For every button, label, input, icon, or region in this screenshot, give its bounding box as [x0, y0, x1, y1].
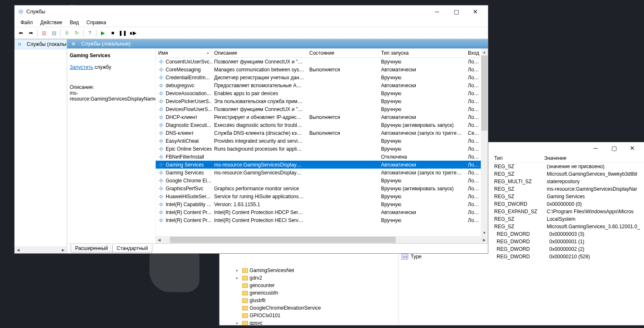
close-button[interactable]: ✕: [623, 142, 641, 154]
tree-item[interactable]: gencounter: [220, 282, 399, 289]
service-row[interactable]: Epic Online ServicesRuns background proc…: [156, 145, 488, 153]
col-name[interactable]: Имя▴: [156, 48, 212, 57]
close-button[interactable]: ✕: [466, 6, 485, 18]
expand-icon[interactable]: ▸: [236, 268, 240, 272]
service-row[interactable]: HuaweiHiSuiteSer...Service for runing Hi…: [156, 192, 488, 200]
start-service-button[interactable]: ▶: [98, 28, 107, 38]
minimize-button[interactable]: ─: [586, 142, 605, 154]
service-description: Manages communication between syste...: [212, 67, 307, 73]
menu-Вид[interactable]: Вид: [66, 19, 82, 26]
service-row[interactable]: Gaming Servicesms-resource:GamingService…: [156, 169, 488, 177]
scrollbar-thumb[interactable]: [481, 56, 487, 131]
scroll-right-icon[interactable]: ▶: [481, 236, 488, 243]
col-startup[interactable]: Тип запуска: [379, 48, 465, 57]
tab-extended[interactable]: Расширенный: [71, 245, 113, 252]
forward-button[interactable]: ➡: [26, 28, 35, 38]
service-startup: Вручную (активировать запуск): [379, 122, 465, 128]
horizontal-scrollbar[interactable]: ◀ ▶: [156, 236, 488, 243]
service-logon: Лока.: [465, 194, 482, 199]
service-row[interactable]: DHCP-клиентРегистрирует и обновляет IP-а…: [156, 113, 488, 121]
service-startup: Автоматически (запуск по триггер...: [379, 170, 465, 176]
menu-Действие[interactable]: Действие: [37, 19, 66, 26]
tree-item[interactable]: glusbflt: [220, 297, 399, 304]
service-row[interactable]: DeviceAssociation...Enables apps to pair…: [156, 89, 488, 97]
service-row[interactable]: Intel(R) Content Pr...Intel(R) Content P…: [156, 216, 488, 224]
scroll-left-icon[interactable]: ◀: [15, 246, 22, 253]
minimize-button[interactable]: ─: [428, 6, 446, 18]
service-row[interactable]: Google Chrome El...ВручнуюЛока.: [156, 177, 488, 184]
service-state: Выполняется: [307, 114, 379, 120]
tree-item[interactable]: ▸gpsvc: [220, 319, 399, 325]
service-name: CredentialEnrollm...: [166, 75, 210, 81]
back-button[interactable]: ⬅: [16, 28, 25, 38]
menu-Файл[interactable]: Файл: [17, 19, 36, 26]
scrollbar-thumb[interactable]: [170, 237, 396, 243]
service-row[interactable]: CoreMessagingManages communication betwe…: [156, 66, 488, 73]
service-row[interactable]: ConsentUxUserSvc...Позволяет функциям Co…: [156, 58, 488, 66]
scroll-right-icon[interactable]: ▶: [60, 246, 67, 253]
menubar[interactable]: ФайлДействиеВидСправка: [15, 18, 488, 27]
vertical-scrollbar[interactable]: ▲ ▼: [481, 48, 488, 236]
service-row[interactable]: Intel(R) Content Pr...Intel(R) Content P…: [156, 208, 488, 216]
service-row[interactable]: debugregsvcПредоставляет вспомогательные…: [156, 81, 488, 89]
reg-value: LocalSystem: [547, 216, 644, 222]
tree-item[interactable]: genericusbfn: [220, 289, 399, 297]
scroll-up-icon[interactable]: ▲: [481, 48, 488, 56]
tree-root-item[interactable]: Службы (локальные): [15, 39, 67, 49]
registry-row[interactable]: 110TypeREG_DWORD0x00000210 (528): [399, 253, 644, 260]
refresh-button[interactable]: ↻: [72, 28, 81, 38]
services-titlebar: Службы ─ ▢ ✕: [15, 5, 488, 18]
tree-item[interactable]: ▸gdrv2: [220, 274, 399, 282]
service-row[interactable]: GraphicsPerfSvcGraphics performance moni…: [156, 184, 488, 192]
service-row[interactable]: Gaming Servicesms-resource:GamingService…: [156, 161, 488, 169]
service-row[interactable]: FBNetFilterInstallОтключенаЛока.: [156, 153, 488, 161]
service-startup: Автоматически: [379, 162, 465, 168]
left-horizontal-scrollbar[interactable]: ◀ ▶: [15, 246, 67, 253]
col-value[interactable]: Значение: [544, 155, 644, 161]
col-state[interactable]: Состояние: [307, 48, 379, 57]
col-description[interactable]: Описание: [212, 48, 307, 57]
service-row[interactable]: DNS-клиентСлужба DNS-клиента (dnscache) …: [156, 129, 488, 137]
tree-item[interactable]: GoogleChromeElevationService: [220, 304, 399, 312]
restart-service-button[interactable]: ∎▶: [128, 28, 137, 38]
column-headers[interactable]: Имя▴ Описание Состояние Тип запуска Вход: [156, 48, 488, 58]
service-name: Intel(R) Content Pr...: [166, 209, 211, 215]
stop-service-button[interactable]: ■: [108, 28, 117, 38]
svg-point-13: [160, 140, 162, 142]
col-logon[interactable]: Вход: [465, 48, 482, 57]
menu-Справка[interactable]: Справка: [83, 19, 109, 26]
col-type[interactable]: Тип: [494, 155, 544, 161]
reg-type: REG_SZ: [494, 216, 544, 222]
properties-button[interactable]: ▤: [49, 28, 58, 38]
scroll-left-icon[interactable]: ◀: [156, 236, 163, 243]
tab-standard[interactable]: Стандартный: [112, 245, 153, 252]
maximize-button[interactable]: ▢: [447, 6, 465, 18]
service-row[interactable]: DevicePickerUserS...Эта пользовательская…: [156, 97, 488, 105]
export-button[interactable]: ⎘: [62, 28, 71, 38]
svg-point-8: [160, 100, 162, 102]
reg-value: 0x00000210 (528): [549, 254, 644, 260]
left-tree-pane: Службы (локальные) ◀ ▶: [15, 39, 67, 253]
folder-icon: [242, 276, 248, 280]
service-startup: Вручную: [379, 178, 465, 184]
service-row[interactable]: Diagnostic Executi...Executes diagnostic…: [156, 121, 488, 129]
service-logon: Лока.: [465, 106, 482, 112]
expand-icon[interactable]: ▸: [236, 321, 240, 325]
show-hide-tree-button[interactable]: ▥: [39, 28, 48, 38]
service-name: GraphicsPerfSvc: [166, 186, 203, 192]
view-tabs: Расширенный Стандартный: [67, 243, 488, 253]
start-service-link[interactable]: Запустить: [70, 64, 93, 70]
service-row[interactable]: DevicesFlowUserS...Позволяет функциям Co…: [156, 105, 488, 113]
service-row[interactable]: CredentialEnrollm...Диспетчер регистраци…: [156, 73, 488, 81]
scroll-down-icon[interactable]: ▼: [481, 229, 488, 236]
expand-icon[interactable]: ▸: [236, 276, 240, 280]
tree-item[interactable]: GPIOClx0101: [220, 312, 399, 319]
maximize-button[interactable]: ▢: [605, 142, 623, 154]
help-button[interactable]: ?: [85, 28, 94, 38]
svg-point-6: [160, 84, 162, 86]
pause-service-button[interactable]: ❚❚: [118, 28, 127, 38]
service-row[interactable]: Intel(R) Capability ...Version: 1.63.115…: [156, 200, 488, 208]
tree-item[interactable]: ▸GamingServicesNet: [220, 267, 399, 274]
service-startup: Вручную (активировать запуск): [379, 186, 465, 192]
service-row[interactable]: EasyAntiCheatProvides integrated securit…: [156, 137, 488, 145]
